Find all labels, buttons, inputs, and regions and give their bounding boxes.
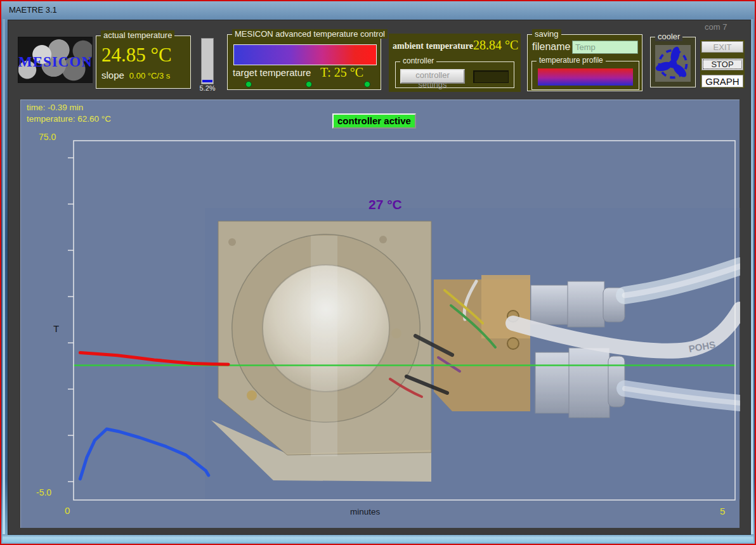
filename-input[interactable] [572,41,638,54]
actual-temperature-group: actual temperature 24.85 °C slope0.00 °C… [96,35,191,89]
window-title: MAETRE 3.1 [9,5,57,15]
y-axis-ticks [68,158,74,482]
temperature-profile-label: temperature profile [537,56,606,65]
annotation-temperature: 27 °C [368,197,402,212]
fan-tile [655,45,691,82]
exit-button[interactable]: EXIT [701,41,743,53]
cooler-group: cooler [650,37,696,87]
advanced-control-group: MESICON advanced temperature control tar… [227,34,381,90]
app-window: MAETRE 3.1 com 7 MESICON actual temperat… [0,0,756,545]
slope-value: 0.00 °C/3 s [129,71,170,80]
slope-row: slope0.00 °C/3 s [101,70,170,80]
temperature-gradient-bar [233,44,377,65]
slope-label: slope [101,70,124,80]
temperature-profile-gradient [538,68,633,86]
cooler-group-label: cooler [655,32,682,41]
graph-button[interactable]: GRAPH [701,75,743,87]
ambient-temperature-label: ambient temperature [393,41,473,51]
mesicon-logo-text: MESICON [18,54,92,70]
cooler-power-fill [202,80,212,82]
plot-area: POHS 27 °C [21,100,740,529]
status-led [364,81,370,87]
controller-group-label: controller [400,56,436,65]
target-temperature-label: target temperature [233,67,311,78]
actual-temperature-value: 24.85 °C [101,44,172,67]
controller-indicator-box [473,70,509,83]
fan-icon [655,45,691,82]
temperature-profile-group: temperature profile [531,61,639,90]
device-photo: POHS [205,208,740,499]
filename-label: filename [532,41,570,53]
controller-settings-button[interactable]: controller settings [400,69,465,84]
cooler-power-percent: 5.2% [196,84,219,92]
com-port-label: com 7 [705,22,727,32]
advanced-control-label: MESICON advanced temperature control [232,29,388,39]
ambient-panel: ambient temperature 28.84 °C controller … [389,34,521,92]
cooler-power-progressbar [201,38,214,84]
status-led [245,81,252,87]
ambient-temperature-value: 28.84 °C [473,38,518,53]
main-panel: com 7 MESICON actual temperature 24.85 °… [8,20,751,535]
target-temperature-value: T: 25 °C [320,65,363,80]
actual-temperature-label: actual temperature [101,30,174,40]
status-led [306,81,312,87]
window-edge [3,19,5,541]
stop-button[interactable]: STOP [701,58,743,70]
cooler-power-line [80,429,208,479]
graph-panel: time: -0.39 min temperature: 62.60 °C co… [20,99,740,528]
window-edge [3,534,753,542]
saving-group-label: saving [532,29,561,39]
saving-group: saving filename temperature profile [527,34,642,91]
window-edge [751,19,753,541]
mesicon-logo: MESICON [18,37,93,83]
controller-group: controller controller settings [395,61,514,88]
